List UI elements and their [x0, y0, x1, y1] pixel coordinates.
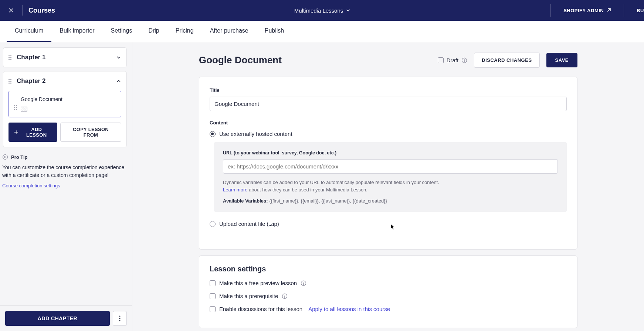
- tabs-bar: Curriculum Bulk importer Settings Drip P…: [0, 21, 644, 42]
- draft-checkbox[interactable]: [438, 57, 444, 63]
- chevron-up-icon: [116, 78, 121, 84]
- prerequisite-checkbox[interactable]: [210, 293, 216, 299]
- drag-handle-icon[interactable]: [9, 79, 13, 84]
- apply-all-link[interactable]: Apply to all lessons in this course: [308, 306, 390, 312]
- add-chapter-button[interactable]: ADD CHAPTER: [5, 311, 110, 326]
- discussions-label: Enable discussions for this lesson: [219, 306, 302, 312]
- page-module-title: Courses: [28, 7, 55, 14]
- svg-point-6: [464, 59, 465, 60]
- title-label: Title: [210, 87, 567, 93]
- divider: [550, 4, 551, 17]
- copy-lesson-button[interactable]: COPY LESSON FROM: [60, 123, 121, 142]
- hint-line-2: about how they can be used in your Multi…: [247, 187, 367, 193]
- tab-curriculum[interactable]: Curriculum: [7, 21, 51, 42]
- info-icon[interactable]: [301, 280, 306, 286]
- discussions-row: Enable discussions for this lesson Apply…: [210, 306, 567, 312]
- close-button[interactable]: [6, 5, 16, 16]
- svg-point-9: [303, 282, 304, 282]
- svg-point-1: [4, 156, 6, 158]
- lesson-settings-card: Lesson settings Make this a free preview…: [199, 255, 577, 328]
- sidebar-footer: ADD CHAPTER: [0, 305, 132, 331]
- lesson-name: Google Document: [21, 96, 116, 102]
- hint-line-1: Dynamic variables can be added to your U…: [223, 180, 439, 185]
- free-preview-checkbox[interactable]: [210, 280, 216, 286]
- tab-label: Curriculum: [15, 27, 43, 34]
- available-variables: Available Variables: {{first_name}}, {{e…: [223, 198, 558, 204]
- chapter-card-2: Chapter 2 Google Document ADD LESSON: [3, 71, 127, 147]
- tab-label: After purchase: [210, 27, 248, 34]
- tab-label: Settings: [111, 27, 132, 34]
- tab-label: Bulk importer: [60, 27, 94, 34]
- hint-text: Dynamic variables can be added to your U…: [223, 179, 558, 194]
- chapter-header[interactable]: Chapter 2: [3, 71, 126, 91]
- tab-bulk-importer[interactable]: Bulk importer: [51, 21, 102, 42]
- prerequisite-row: Make this a prerequisite: [210, 293, 567, 299]
- pro-tip-label: Pro Tip: [11, 154, 28, 160]
- tab-label: Publish: [265, 27, 284, 34]
- radio-label: Use externally hosted content: [219, 131, 292, 137]
- add-lesson-button[interactable]: ADD LESSON: [9, 123, 57, 142]
- tab-publish[interactable]: Publish: [257, 21, 292, 42]
- divider: [624, 4, 624, 17]
- info-icon[interactable]: [282, 293, 288, 299]
- svg-point-0: [3, 155, 8, 160]
- tab-pricing[interactable]: Pricing: [167, 21, 202, 42]
- header-actions: Draft DISCARD CHANGES SAVE: [438, 53, 577, 68]
- external-link-icon: [606, 8, 611, 13]
- topbar-left: Courses: [6, 5, 55, 16]
- plus-icon: [14, 130, 18, 135]
- more-vertical-icon: [119, 315, 121, 321]
- discussions-checkbox[interactable]: [210, 306, 216, 312]
- curriculum-sidebar: Chapter 1 Chapter 2 Google Document: [0, 42, 132, 331]
- tab-after-purchase[interactable]: After purchase: [202, 21, 257, 42]
- lesson-content-card: Title Content Use externally hosted cont…: [199, 77, 577, 250]
- radio-externally-hosted[interactable]: Use externally hosted content: [210, 131, 567, 137]
- title-input[interactable]: [210, 97, 567, 111]
- course-completion-settings-link[interactable]: Course completion settings: [2, 183, 60, 188]
- pro-tip-heading: Pro Tip: [2, 154, 125, 160]
- url-label: URL (to your webinar tool, survey, Googl…: [223, 150, 558, 156]
- pro-tip-section: Pro Tip You can customize the course com…: [1, 151, 128, 189]
- button-label: ADD LESSON: [21, 127, 52, 138]
- chevron-down-icon: [116, 55, 121, 60]
- vars-label: Available Variables:: [223, 198, 268, 204]
- radio-upload-file[interactable]: Upload content file (.zip): [210, 221, 567, 227]
- caret-down-icon: [346, 9, 350, 11]
- tab-settings[interactable]: Settings: [103, 21, 140, 42]
- save-button[interactable]: SAVE: [546, 53, 577, 67]
- discard-changes-button[interactable]: DISCARD CHANGES: [474, 53, 539, 68]
- chapter-header[interactable]: Chapter 1: [3, 48, 126, 67]
- shopify-admin-link[interactable]: SHOPIFY ADMIN: [557, 8, 618, 13]
- truncated-link[interactable]: BU: [630, 8, 644, 13]
- lightbulb-icon: [2, 154, 8, 160]
- chapter-title: Chapter 2: [17, 77, 112, 85]
- chapter-card-1: Chapter 1: [3, 47, 127, 67]
- drag-handle-icon[interactable]: [9, 55, 13, 60]
- content-section-label: Content: [210, 120, 567, 126]
- info-icon[interactable]: [461, 57, 467, 63]
- draft-label: Draft: [447, 57, 459, 63]
- vars-value: {{first_name}}, {{email}}, {{last_name}}…: [268, 198, 387, 204]
- topbar: Courses Multimedia Lessons SHOPIFY ADMIN…: [0, 0, 644, 21]
- divider: [22, 5, 23, 16]
- prerequisite-label: Make this a prerequisite: [219, 293, 278, 299]
- radio-label: Upload content file (.zip): [219, 221, 279, 227]
- svg-rect-7: [464, 60, 465, 62]
- svg-rect-10: [303, 283, 304, 285]
- lesson-item[interactable]: Google Document: [9, 91, 121, 117]
- course-selector-label: Multimedia Lessons: [294, 7, 343, 14]
- page-title: Google Document: [199, 54, 282, 66]
- lesson-settings-title: Lesson settings: [210, 265, 567, 273]
- shopify-admin-label: SHOPIFY ADMIN: [563, 8, 604, 13]
- chapter-actions: ADD LESSON COPY LESSON FROM: [3, 123, 126, 147]
- svg-point-4: [119, 320, 120, 321]
- drag-handle-icon[interactable]: [14, 105, 18, 110]
- more-actions-button[interactable]: [113, 311, 127, 326]
- learn-more-link[interactable]: Learn more: [223, 187, 247, 193]
- chapter-title: Chapter 1: [17, 54, 112, 61]
- course-selector[interactable]: Multimedia Lessons: [294, 7, 350, 14]
- url-input[interactable]: [223, 159, 558, 174]
- tab-drip[interactable]: Drip: [140, 21, 167, 42]
- svg-rect-13: [285, 296, 285, 298]
- svg-point-2: [119, 315, 120, 317]
